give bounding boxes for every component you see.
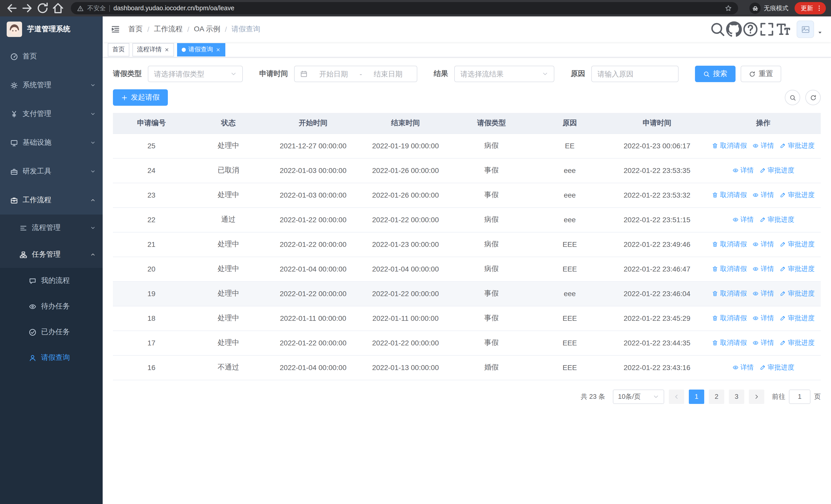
tab-leave-query[interactable]: 请假查询 [177,43,225,56]
kebab-menu-icon[interactable] [815,5,823,12]
result-select[interactable] [454,66,554,82]
progress-action-link[interactable]: 审批进度 [780,190,814,200]
page-button-1[interactable]: 1 [689,389,704,404]
sidebar-item-workflow[interactable]: 工作流程 [0,186,103,214]
result-select-input[interactable] [460,70,539,78]
close-icon[interactable] [216,47,221,52]
sidebar-item-leave-query[interactable]: 请假查询 [0,345,103,370]
page-button-2[interactable]: 2 [709,389,724,404]
prev-page-button[interactable] [669,389,684,404]
goto-page-input[interactable] [789,389,810,404]
detail-action-link[interactable]: 详情 [752,338,774,348]
cancel-action-link[interactable]: 取消请假 [712,141,747,150]
progress-action-link[interactable]: 审批进度 [780,289,814,298]
close-icon[interactable] [164,47,169,52]
question-icon[interactable] [742,21,758,37]
warning-icon[interactable] [77,5,84,11]
progress-action-link[interactable]: 审批进度 [780,141,814,150]
sidebar-item-my-process[interactable]: 我的流程 [0,268,103,294]
address-bar[interactable]: 不安全 dashboard.yudao.iocoder.cn/bpm/oa/le… [71,2,738,14]
detail-action-link[interactable]: 详情 [732,215,754,224]
breadcrumb-item[interactable]: 工作流程 [154,25,183,34]
progress-action-link[interactable]: 审批进度 [780,314,814,323]
sidebar-item-dev-tools[interactable]: 研发工具 [0,157,103,186]
refresh-table-button[interactable] [805,90,821,105]
progress-action-link[interactable]: 审批进度 [760,166,794,175]
sidebar-collapse-icon[interactable] [111,25,123,34]
start-date-input[interactable] [311,70,356,78]
home-icon[interactable] [51,2,65,15]
sidebar-item-process-mgmt[interactable]: 流程管理 [0,214,103,241]
cancel-action-link[interactable]: 取消请假 [712,190,747,200]
sidebar-item-system[interactable]: 系统管理 [0,71,103,99]
reset-button[interactable]: 重置 [741,66,781,82]
search-button[interactable]: 搜索 [695,66,736,82]
sidebar-item-infrastructure[interactable]: 基础设施 [0,128,103,157]
page-button-3[interactable]: 3 [729,389,744,404]
forward-icon[interactable] [21,2,34,15]
browser-toolbar: 不安全 dashboard.yudao.iocoder.cn/bpm/oa/le… [0,0,831,17]
sidebar-item-label: 任务管理 [32,250,86,259]
edit-icon [760,364,766,370]
update-button[interactable]: 更新 [795,2,826,14]
detail-action-link[interactable]: 详情 [732,166,754,175]
sidebar-item-home[interactable]: 首页 [0,42,103,71]
create-leave-button[interactable]: 发起请假 [113,89,168,106]
leave-type-select[interactable] [148,66,243,82]
cancel-action-link[interactable]: 取消请假 [712,289,747,298]
detail-action-link[interactable]: 详情 [752,264,774,273]
app-title: 芋道管理系统 [27,25,70,34]
reason-input-box[interactable] [591,66,679,82]
progress-action-link[interactable]: 审批进度 [760,363,794,372]
sidebar-item-payment[interactable]: 支付管理 [0,99,103,128]
progress-action-link[interactable]: 审批进度 [760,215,794,224]
avatar-caret-icon[interactable] [817,30,823,35]
url-text[interactable]: dashboard.yudao.iocoder.cn/bpm/oa/leave [113,5,721,12]
cancel-action-link[interactable]: 取消请假 [712,240,747,249]
sidebar-item-label: 工作流程 [23,196,86,205]
eye-icon [29,302,36,310]
progress-action-link[interactable]: 审批进度 [780,240,814,249]
breadcrumb-item[interactable]: OA 示例 [194,25,221,34]
cell-apply_time: 2022-01-22 23:43:16 [608,355,706,380]
next-page-button[interactable] [749,389,764,404]
fullscreen-icon[interactable] [758,21,775,37]
sidebar-item-todo-task[interactable]: 待办任务 [0,294,103,319]
user-avatar[interactable] [797,21,814,38]
end-date-input[interactable] [365,70,411,78]
apply-time-range-picker[interactable]: - [294,66,417,82]
security-label[interactable]: 不安全 [87,4,106,12]
tab-home[interactable]: 首页 [108,43,130,56]
breadcrumb-item[interactable]: 首页 [128,25,143,34]
cancel-action-link[interactable]: 取消请假 [712,264,747,273]
detail-action-link[interactable]: 详情 [732,363,754,372]
progress-action-link[interactable]: 审批进度 [780,338,814,348]
detail-action-link[interactable]: 详情 [752,190,774,200]
bookmark-star-icon[interactable] [725,5,732,12]
cancel-action-link[interactable]: 取消请假 [712,338,747,348]
cell-status: 处理中 [190,306,267,330]
sidebar-item-task-mgmt[interactable]: 任务管理 [0,241,103,268]
font-size-icon[interactable] [775,21,792,37]
leave-type-select-input[interactable] [154,70,227,78]
logo-avatar [7,22,22,37]
github-icon[interactable] [726,21,742,37]
detail-action-link[interactable]: 详情 [752,289,774,298]
back-icon[interactable] [5,2,19,15]
page-size-select[interactable]: 10条/页 [613,389,664,404]
tab-process-detail[interactable]: 流程详情 [133,43,174,56]
chevron-down-icon [542,71,548,77]
toggle-search-button[interactable] [785,90,800,105]
reason-input[interactable] [598,70,672,78]
cell-actions: 详情审批进度 [706,207,821,232]
detail-action-link[interactable]: 详情 [752,240,774,249]
table-row: 20处理中2022-01-04 00:00:002022-01-04 00:00… [113,257,821,281]
reload-icon[interactable] [36,2,49,15]
progress-action-link[interactable]: 审批进度 [780,264,814,273]
detail-action-link[interactable]: 详情 [752,141,774,150]
detail-action-link[interactable]: 详情 [752,314,774,323]
cancel-action-link[interactable]: 取消请假 [712,314,747,323]
search-icon[interactable] [709,21,726,37]
sidebar-item-done-task[interactable]: 已办任务 [0,319,103,345]
cell-actions: 取消请假详情审批进度 [706,281,821,306]
